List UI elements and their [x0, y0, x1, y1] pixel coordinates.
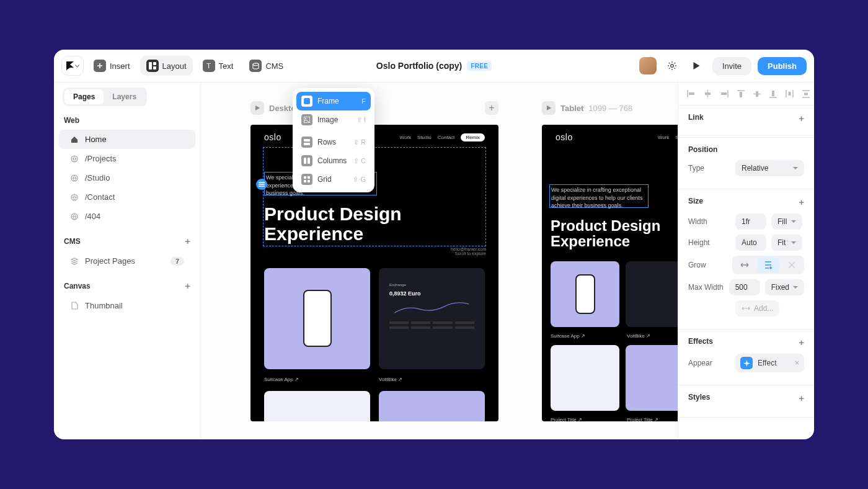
insert-tool[interactable]: Insert: [87, 56, 136, 76]
distribute-v-button[interactable]: [802, 89, 810, 99]
align-bottom-button[interactable]: [769, 89, 777, 99]
grow-both-button[interactable]: [781, 257, 803, 273]
menu-image[interactable]: Image ⇧ I: [296, 110, 371, 129]
card-caption: Project Title ↗: [551, 417, 618, 421]
desktop-screen[interactable]: oslo Work Studio Contact Remix We specia…: [250, 125, 498, 421]
card-caption: VoltBike ↗: [379, 377, 485, 382]
svg-rect-19: [308, 180, 310, 182]
cms-project-pages[interactable]: Project Pages 7: [59, 251, 195, 271]
page-contact[interactable]: /Contact: [59, 187, 195, 207]
align-left-button[interactable]: [687, 89, 695, 99]
project-card: [626, 345, 678, 411]
align-hcenter-button[interactable]: [704, 89, 712, 99]
add-link-button[interactable]: +: [799, 113, 804, 123]
page-label: /404: [85, 212, 100, 221]
cms-label: CMS: [64, 237, 81, 246]
preview-button[interactable]: [688, 56, 706, 75]
add-cms-button[interactable]: +: [185, 236, 190, 246]
sidebar-tabs: Pages Layers: [54, 83, 200, 106]
svg-rect-2: [153, 66, 156, 70]
menu-rows[interactable]: Rows ⇧ R: [296, 133, 371, 151]
document-title[interactable]: Oslo Portfolio (copy): [376, 61, 462, 71]
add-breakpoint-button[interactable]: +: [485, 101, 498, 115]
size-section: Size + Width 1fr Fill Height Auto Fit Gr…: [678, 189, 814, 330]
artboard-tablet[interactable]: Tablet 1099 — 768 oslo Work Studio We sp…: [542, 97, 678, 439]
position-header: Position: [688, 145, 717, 154]
add-effect-button[interactable]: +: [799, 337, 804, 348]
app-logo-menu[interactable]: [61, 56, 84, 76]
distribute-h-button[interactable]: [786, 89, 794, 99]
sidebar-left: Pages Layers Web Home /Projects /Studio: [54, 83, 201, 439]
tab-layers[interactable]: Layers: [104, 89, 145, 104]
selection-box[interactable]: We specialize in crafting exceptional di…: [549, 184, 649, 208]
svg-rect-18: [304, 180, 306, 182]
effect-chip[interactable]: Effect ×: [735, 354, 804, 372]
layout-label: Layout: [162, 61, 187, 71]
selection-handle[interactable]: [256, 179, 267, 190]
frame-icon: [301, 96, 312, 107]
grow-vertical-button[interactable]: [757, 257, 779, 273]
canvas-area[interactable]: Desktop 1100 + oslo Work Studio Contact …: [201, 83, 678, 439]
invite-button[interactable]: Invite: [712, 57, 751, 75]
grid-icon: [301, 174, 312, 185]
artboard-desktop[interactable]: Desktop 1100 + oslo Work Studio Contact …: [250, 97, 498, 439]
menu-grid[interactable]: Grid ⇧ G: [296, 170, 371, 189]
grow-horizontal-button[interactable]: [733, 257, 756, 273]
app-window: Insert Layout T Text CMS Oslo Portfolio …: [54, 50, 814, 439]
maxwidth-input[interactable]: 500: [729, 279, 760, 295]
page-projects[interactable]: /Projects: [59, 149, 195, 168]
tab-pages[interactable]: Pages: [64, 89, 104, 104]
svg-rect-13: [304, 143, 310, 145]
svg-rect-23: [740, 92, 742, 97]
add-canvas-button[interactable]: +: [185, 280, 190, 291]
svg-rect-25: [772, 91, 774, 96]
cms-tool[interactable]: CMS: [243, 56, 290, 76]
project-card: [626, 261, 678, 327]
canvas-thumbnail[interactable]: Thumbnail: [59, 296, 195, 315]
cms-count-badge: 7: [170, 257, 184, 266]
user-avatar[interactable]: [639, 57, 657, 74]
project-card: [379, 391, 485, 421]
add-style-button[interactable]: +: [799, 393, 804, 403]
remove-effect-button[interactable]: ×: [795, 359, 799, 367]
project-card: [551, 261, 619, 327]
height-mode-select[interactable]: Fit: [771, 235, 802, 251]
menu-columns[interactable]: Columns ⇧ C: [296, 151, 371, 170]
alignment-row: [678, 83, 814, 105]
page-home[interactable]: Home: [59, 130, 195, 149]
hero-title: Product Design Experience: [542, 214, 678, 253]
align-right-button[interactable]: [720, 89, 728, 99]
add-size-button[interactable]: +: [799, 197, 804, 207]
nav-link: Studio: [417, 135, 432, 140]
svg-point-4: [671, 65, 674, 68]
maxwidth-mode-select[interactable]: Fixed: [765, 279, 804, 295]
settings-button[interactable]: [663, 56, 681, 75]
breakpoint-icon[interactable]: [542, 101, 556, 115]
svg-rect-1: [153, 62, 156, 65]
width-mode-select[interactable]: Fill: [771, 213, 802, 230]
add-constraint-button[interactable]: Add...: [735, 300, 779, 316]
text-tool[interactable]: T Text: [197, 56, 240, 76]
tablet-screen[interactable]: oslo Work Studio We specialize in crafti…: [542, 125, 678, 421]
layout-tool[interactable]: Layout: [140, 56, 193, 76]
project-card: Exchange 0,8932 Euro: [379, 268, 485, 369]
publish-button[interactable]: Publish: [758, 57, 807, 75]
align-vcenter-button[interactable]: [753, 89, 761, 99]
page-studio[interactable]: /Studio: [59, 168, 195, 187]
svg-rect-17: [308, 176, 310, 179]
position-type-select[interactable]: Relative: [735, 160, 804, 176]
align-top-button[interactable]: [737, 89, 745, 99]
menu-frame[interactable]: Frame F: [296, 92, 371, 110]
height-input[interactable]: Auto: [735, 235, 766, 251]
link-section: Link +: [678, 105, 814, 138]
svg-rect-24: [756, 91, 758, 97]
grow-label: Grow: [688, 261, 727, 269]
page-404[interactable]: /404: [59, 207, 195, 226]
project-card: [551, 345, 619, 411]
menu-shortcut: ⇧ I: [356, 116, 366, 124]
width-input[interactable]: 1fr: [735, 213, 766, 230]
page-label: /Studio: [85, 173, 110, 182]
plus-icon: [94, 60, 106, 72]
breakpoint-icon[interactable]: [250, 101, 264, 115]
canvas-section-header: Canvas +: [54, 271, 200, 296]
